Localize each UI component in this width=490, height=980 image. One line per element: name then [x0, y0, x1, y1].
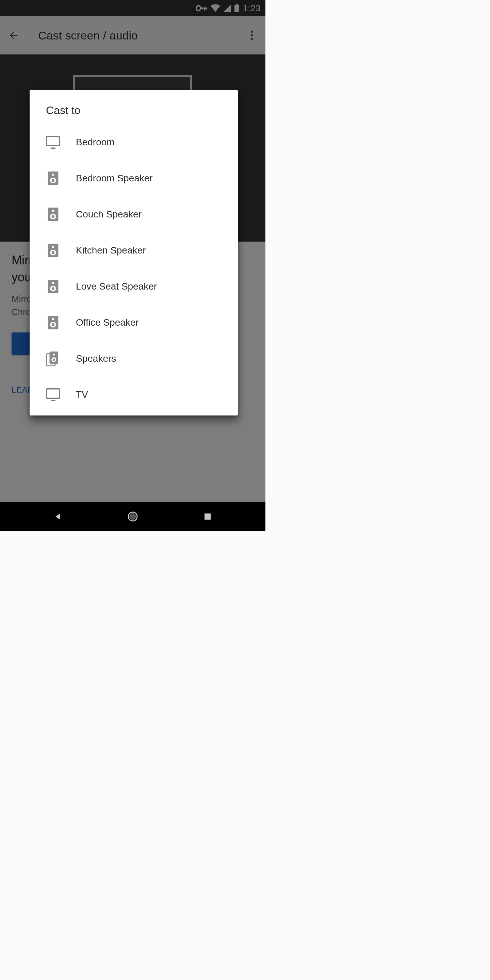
nav-back-button[interactable] [51, 509, 65, 524]
svg-rect-41 [205, 514, 211, 520]
speaker-group-icon [46, 352, 60, 366]
tv-icon [46, 388, 60, 402]
svg-point-36 [53, 359, 55, 361]
svg-rect-9 [47, 137, 60, 146]
svg-rect-37 [47, 389, 60, 398]
svg-point-22 [52, 251, 55, 254]
cast-target-label: Kitchen Speaker [76, 245, 146, 256]
cast-target-label: Couch Speaker [76, 209, 142, 220]
cast-target-label: Bedroom Speaker [76, 173, 153, 184]
cast-target-label: TV [76, 389, 88, 400]
speaker-icon [46, 243, 60, 258]
cast-target-label: Speakers [76, 353, 116, 364]
cast-target-item[interactable]: Bedroom Speaker [30, 160, 238, 196]
cast-target-item[interactable]: Bedroom [30, 124, 238, 160]
tv-icon [46, 135, 60, 150]
dialog-title: Cast to [30, 104, 238, 124]
svg-point-20 [52, 246, 54, 248]
svg-point-18 [52, 215, 55, 218]
speaker-icon [46, 207, 60, 221]
nav-home-button[interactable] [126, 509, 140, 524]
nav-recent-button[interactable] [200, 509, 215, 524]
cast-target-item[interactable]: Speakers [30, 340, 238, 377]
svg-point-24 [52, 282, 54, 284]
cast-target-item[interactable]: Love Seat Speaker [30, 269, 238, 305]
svg-point-14 [52, 179, 55, 182]
svg-point-40 [129, 513, 136, 520]
cast-target-label: Office Speaker [76, 317, 139, 328]
cast-target-item[interactable]: TV [30, 377, 238, 413]
speaker-icon [46, 315, 60, 330]
cast-target-label: Love Seat Speaker [76, 281, 157, 292]
svg-point-12 [52, 173, 54, 176]
navigation-bar [0, 502, 266, 531]
speaker-icon [46, 171, 60, 185]
svg-point-28 [52, 318, 54, 320]
svg-point-26 [52, 287, 55, 290]
svg-point-30 [52, 323, 55, 326]
speaker-icon [46, 279, 60, 294]
cast-target-label: Bedroom [76, 137, 115, 148]
cast-target-item[interactable]: Office Speaker [30, 305, 238, 340]
svg-point-16 [52, 210, 54, 212]
cast-target-item[interactable]: Kitchen Speaker [30, 232, 238, 269]
cast-target-item[interactable]: Couch Speaker [30, 196, 238, 232]
cast-to-dialog: Cast to BedroomBedroom SpeakerCouch Spea… [30, 90, 238, 415]
svg-point-34 [53, 353, 55, 355]
